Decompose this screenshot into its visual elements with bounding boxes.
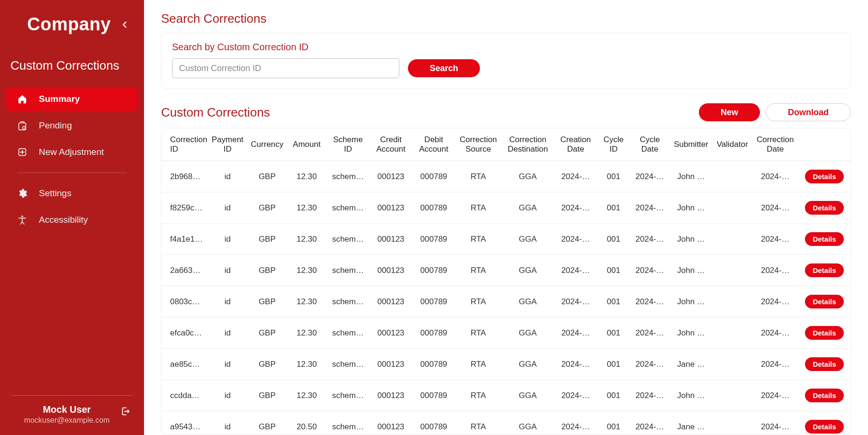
cell-corr_date: 2024-… [752, 349, 798, 380]
cell-currency: GBP [247, 411, 287, 435]
cell-dst: GGA [501, 349, 554, 380]
cell-debit: 000789 [412, 411, 455, 435]
nav-pending[interactable]: Pending [6, 114, 138, 137]
cell-cycle_date: 2024-… [630, 224, 670, 255]
cell-currency: GBP [247, 317, 287, 349]
details-button[interactable]: Details [805, 263, 843, 277]
nav-settings[interactable]: Settings [6, 181, 138, 205]
corrections-table: Correction IDPayment IDCurrencyAmountSch… [162, 128, 850, 435]
details-button[interactable]: Details [805, 326, 843, 340]
cell-cycle_date: 2024-… [630, 286, 670, 317]
cell-correction_id: f4a1e1… [162, 224, 208, 255]
nav-new-adjustment[interactable]: New Adjustment [6, 140, 138, 164]
cell-cycle_date: 2024-… [630, 161, 670, 192]
clipboard-clock-icon [17, 120, 27, 131]
cell-dst: GGA [501, 317, 554, 349]
search-input[interactable] [172, 58, 399, 78]
details-button[interactable]: Details [805, 389, 843, 402]
cell-src: RTA [455, 286, 501, 317]
cell-correction_id: 2b968… [162, 161, 208, 192]
cell-src: RTA [455, 317, 501, 349]
cell-creation: 2024-… [554, 224, 597, 255]
cell-src: RTA [455, 349, 501, 380]
cell-dst: GGA [501, 192, 554, 224]
cell-cycle_id: 001 [597, 161, 630, 192]
cell-cycle_id: 001 [597, 380, 630, 411]
svg-point-2 [21, 216, 23, 218]
cell-dst: GGA [501, 286, 554, 317]
cell-validator [713, 349, 752, 380]
cell-debit: 000789 [412, 255, 455, 286]
cell-correction_id: 0803c… [162, 286, 208, 317]
collapse-sidebar-icon[interactable] [119, 19, 130, 30]
cell-validator [713, 317, 752, 349]
download-button[interactable]: Download [766, 103, 851, 121]
user-email: mockuser@example.com [24, 416, 110, 425]
cell-cycle_date: 2024-… [630, 411, 670, 435]
cell-creation: 2024-… [554, 411, 597, 435]
cell-corr_date: 2024-… [752, 161, 798, 192]
details-button[interactable]: Details [805, 232, 843, 246]
cell-submitter: John … [669, 161, 713, 192]
cell-cycle_id: 001 [597, 411, 630, 435]
table-row: a9543…idGBP20.50schem…000123000789RTAGGA… [162, 411, 850, 435]
new-button[interactable]: New [699, 103, 760, 121]
nav-accessibility[interactable]: Accessibility [6, 208, 138, 232]
cell-creation: 2024-… [554, 161, 597, 192]
cell-corr_date: 2024-… [752, 224, 798, 255]
cell-credit: 000123 [370, 380, 413, 411]
cell-currency: GBP [247, 224, 287, 255]
cell-submitter: John … [669, 255, 713, 286]
cell-corr_date: 2024-… [752, 192, 798, 224]
cell-corr_date: 2024-… [752, 380, 798, 411]
cell-scheme_id: schem… [326, 161, 370, 192]
table-row: 0803c…idGBP12.30schem…000123000789RTAGGA… [162, 286, 850, 317]
cell-creation: 2024-… [554, 380, 597, 411]
cell-amount: 12.30 [287, 255, 327, 286]
cell-correction_id: ae85c… [162, 349, 208, 380]
search-button[interactable]: Search [408, 59, 480, 77]
cell-creation: 2024-… [554, 286, 597, 317]
details-button[interactable]: Details [805, 420, 843, 434]
cell-scheme_id: schem… [326, 224, 370, 255]
cell-dst: GGA [501, 411, 554, 435]
cell-creation: 2024-… [554, 255, 597, 286]
details-button[interactable]: Details [805, 295, 843, 308]
table-row: ccdda…idGBP12.30schem…000123000789RTAGGA… [162, 380, 850, 411]
cell-corr_date: 2024-… [752, 286, 798, 317]
cell-payment_id: id [208, 349, 247, 380]
cell-src: RTA [455, 161, 501, 192]
user-block: Mock User mockuser@example.com [13, 404, 120, 425]
cell-cycle_id: 001 [597, 349, 630, 380]
column-header: Creation Date [554, 128, 597, 161]
cell-cycle_date: 2024-… [630, 349, 670, 380]
cell-credit: 000123 [370, 192, 413, 224]
cell-src: RTA [455, 192, 501, 224]
corrections-table-wrap: Correction IDPayment IDCurrencyAmountSch… [161, 128, 851, 435]
nav-summary[interactable]: Summary [6, 87, 138, 111]
cell-submitter: John … [669, 192, 713, 224]
cell-dst: GGA [501, 224, 554, 255]
cell-creation: 2024-… [554, 192, 597, 224]
nav-label: Accessibility [39, 215, 88, 225]
nav-label: New Adjustment [39, 147, 104, 157]
logout-icon[interactable] [120, 406, 131, 417]
cell-credit: 000123 [370, 349, 413, 380]
column-header: Cycle ID [597, 128, 630, 161]
cell-scheme_id: schem… [326, 255, 370, 286]
cell-correction_id: efca0c… [162, 317, 208, 349]
cell-currency: GBP [247, 286, 287, 317]
nav-label: Summary [39, 94, 80, 104]
cell-cycle_date: 2024-… [630, 380, 670, 411]
details-button[interactable]: Details [805, 170, 843, 183]
table-row: efca0c…idGBP12.30schem…000123000789RTAGG… [162, 317, 850, 349]
cell-submitter: John … [669, 380, 713, 411]
column-header: Currency [247, 128, 287, 161]
cell-payment_id: id [208, 192, 247, 224]
details-button[interactable]: Details [805, 357, 843, 371]
cell-amount: 20.50 [287, 411, 327, 435]
cell-amount: 12.30 [287, 286, 327, 317]
cell-correction_id: a9543… [162, 411, 208, 435]
cell-validator [713, 161, 752, 192]
details-button[interactable]: Details [805, 201, 843, 215]
